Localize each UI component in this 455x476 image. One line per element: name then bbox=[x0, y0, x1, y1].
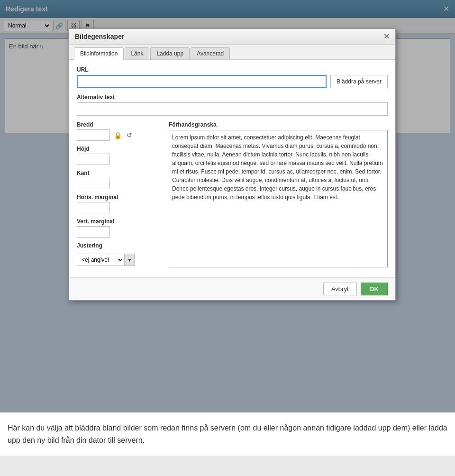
justify-row: <ej angivel ▾ bbox=[77, 254, 162, 266]
left-column: Bredd 🔒 ↺ Höjd bbox=[77, 121, 162, 271]
hmargin-group: Horis. marginal bbox=[77, 194, 162, 213]
height-group: Höjd bbox=[77, 146, 162, 165]
height-label: Höjd bbox=[77, 146, 162, 152]
justify-group: Justering <ej angivel ▾ bbox=[77, 242, 162, 266]
border-input[interactable] bbox=[77, 178, 110, 189]
ok-button[interactable]: OK bbox=[361, 283, 388, 295]
border-label: Kant bbox=[77, 170, 162, 176]
tab-avancerad[interactable]: Avancerad bbox=[191, 47, 230, 59]
right-column: Förhandsgranska Lorem ipsum dolor sit am… bbox=[169, 121, 388, 271]
justify-dropdown-arrow[interactable]: ▾ bbox=[124, 254, 135, 266]
width-label: Bredd bbox=[77, 121, 162, 128]
tab-ladda-upp[interactable]: Ladda upp bbox=[150, 47, 190, 59]
lock-icon: 🔒 bbox=[114, 131, 122, 139]
vmargin-label: Vert. marginal bbox=[77, 218, 162, 225]
tab-lank[interactable]: Länk bbox=[125, 47, 149, 59]
lock-icon-button[interactable]: 🔒 bbox=[113, 130, 123, 140]
border-group: Kant bbox=[77, 170, 162, 189]
editor-area: Redigera text ✕ Normal 🔗 ⛓ ⚑ En bild här… bbox=[0, 0, 455, 412]
modal-close-button[interactable]: ✕ bbox=[383, 33, 390, 40]
modal-header: Bildegenskaper ✕ bbox=[69, 29, 395, 45]
justify-select[interactable]: <ej angivel bbox=[77, 254, 124, 266]
hmargin-label: Horis. marginal bbox=[77, 194, 162, 201]
url-input[interactable] bbox=[77, 75, 327, 88]
hmargin-input[interactable] bbox=[77, 202, 110, 213]
preview-box: Lorem ipsum dolor sit amet, consectetuer… bbox=[169, 130, 388, 267]
modal-title: Bildegenskaper bbox=[75, 33, 124, 40]
vmargin-group: Vert. marginal bbox=[77, 218, 162, 238]
refresh-icon: ↺ bbox=[127, 131, 132, 139]
width-group: Bredd 🔒 ↺ bbox=[77, 121, 162, 141]
browse-server-button[interactable]: Bläddra på server bbox=[330, 75, 388, 88]
reset-icon-button[interactable]: ↺ bbox=[126, 130, 133, 140]
tab-bildinformation[interactable]: Bildinformation bbox=[74, 47, 124, 60]
height-input[interactable] bbox=[77, 154, 110, 165]
alt-label: Alternativ text bbox=[77, 94, 388, 101]
url-group: URL Bläddra på server bbox=[77, 66, 388, 88]
preview-text: Lorem ipsum dolor sit amet, consectetuer… bbox=[172, 134, 383, 201]
preview-label: Förhandsgranska bbox=[169, 121, 388, 128]
vmargin-input[interactable] bbox=[77, 226, 110, 238]
width-row: 🔒 ↺ bbox=[77, 129, 162, 141]
alt-input[interactable] bbox=[77, 102, 388, 116]
alt-text-group: Alternativ text bbox=[77, 94, 388, 116]
two-column-layout: Bredd 🔒 ↺ Höjd bbox=[77, 121, 388, 271]
modal-footer: Avbryt OK bbox=[69, 277, 395, 300]
url-row: Bläddra på server bbox=[77, 75, 388, 88]
cancel-button[interactable]: Avbryt bbox=[323, 283, 357, 295]
modal-tabs: Bildinformation Länk Ladda upp Avancerad bbox=[69, 45, 395, 60]
bottom-text-content: Här kan du välja att bläddra bland bilde… bbox=[8, 424, 447, 444]
modal-body: URL Bläddra på server Alternativ text Br… bbox=[69, 60, 395, 277]
image-properties-dialog: Bildegenskaper ✕ Bildinformation Länk La… bbox=[69, 28, 396, 301]
width-input[interactable] bbox=[77, 129, 110, 141]
bottom-description: Här kan du välja att bläddra bland bilde… bbox=[0, 412, 455, 456]
url-label: URL bbox=[77, 66, 388, 73]
justify-label: Justering bbox=[77, 242, 162, 249]
